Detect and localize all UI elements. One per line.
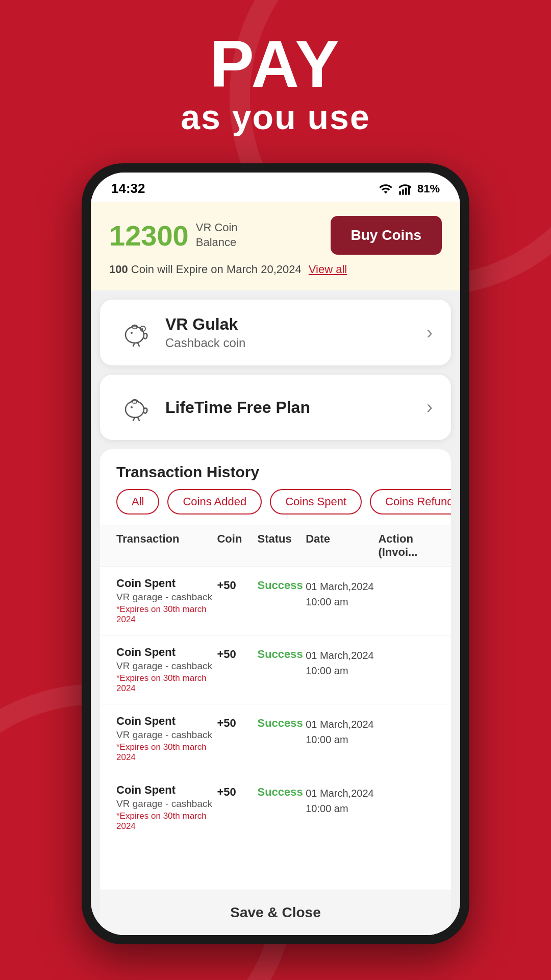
hero-pay-text: PAY — [0, 31, 551, 97]
lifetime-icon — [118, 390, 153, 425]
header-action: Action(Invoi... — [378, 532, 435, 559]
wifi-icon — [379, 182, 393, 196]
row-1-action — [378, 577, 435, 579]
table-row: Coin Spent VR garage - cashback *Expires… — [100, 773, 451, 842]
filter-tabs: All Coins Added Coins Spent Coins Refund… — [100, 489, 451, 525]
table-row: Coin Spent VR garage - cashback *Expires… — [100, 567, 451, 635]
status-time: 14:32 — [111, 181, 145, 197]
lifetime-plan-card-left: LifeTime Free Plan — [118, 390, 310, 425]
header-status: Status — [257, 532, 306, 559]
hero-subtitle: as you use — [181, 97, 370, 136]
filter-tab-coins-refunded[interactable]: Coins Refunded — [370, 489, 451, 514]
coin-balance-section: 12300 VR Coin Balance Buy Coins 100 Coin… — [91, 202, 460, 290]
piggy-bank-2-icon — [120, 392, 151, 423]
row-1-status: Success — [257, 577, 306, 592]
svg-point-9 — [126, 401, 144, 418]
svg-rect-3 — [408, 186, 410, 195]
row-3-transaction: Coin Spent VR garage - cashback *Expires… — [116, 715, 217, 763]
row-1-date: 01 March,202410:00 am — [306, 577, 378, 609]
hero-section: PAY as you use — [0, 31, 551, 137]
svg-point-10 — [131, 406, 133, 408]
header-date: Date — [306, 532, 378, 559]
expire-amount: 100 — [109, 263, 128, 276]
vr-gulak-title: VR Gulak — [165, 315, 245, 334]
svg-point-5 — [131, 332, 133, 334]
vr-gulak-text: VR Gulak Cashback coin — [165, 315, 245, 350]
table-row: Coin Spent VR garage - cashback *Expires… — [100, 704, 451, 773]
svg-rect-0 — [399, 191, 401, 194]
coin-label: VR Coin Balance — [196, 220, 238, 250]
table-row: Coin Spent VR garage - cashback *Expires… — [100, 635, 451, 704]
filter-tab-all[interactable]: All — [116, 489, 159, 514]
expire-text-body: Coin will Expire on March 20,2024 — [131, 263, 302, 276]
row-2-status: Success — [257, 646, 306, 661]
lifetime-plan-card[interactable]: LifeTime Free Plan › — [100, 375, 451, 440]
table-header: Transaction Coin Status Date Action(Invo… — [100, 525, 451, 567]
row-2-date: 01 March,202410:00 am — [306, 646, 378, 678]
header-transaction: Transaction — [116, 532, 217, 559]
vr-gulak-card[interactable]: $ VR Gulak Cashback coin › — [100, 300, 451, 365]
row-2-transaction: Coin Spent VR garage - cashback *Expires… — [116, 646, 217, 694]
row-2-action — [378, 646, 435, 648]
row-4-date: 01 March,202410:00 am — [306, 783, 378, 816]
vr-gulak-subtitle: Cashback coin — [165, 336, 245, 350]
battery-percent: 81% — [417, 182, 440, 195]
coin-balance-top: 12300 VR Coin Balance Buy Coins — [109, 216, 442, 255]
lifetime-plan-chevron: › — [427, 397, 433, 418]
row-4-status: Success — [257, 783, 306, 799]
status-bar: 14:32 81% — [91, 173, 460, 202]
row-3-coin: +50 — [217, 715, 257, 730]
svg-text:$: $ — [141, 328, 143, 332]
svg-rect-2 — [405, 187, 407, 194]
view-all-link[interactable]: View all — [309, 263, 347, 276]
expire-notice: 100 Coin will Expire on March 20,2024 Vi… — [109, 263, 442, 276]
buy-coins-button[interactable]: Buy Coins — [331, 216, 442, 255]
phone-screen: 14:32 81% 12300 — [91, 173, 460, 935]
row-2-coin: +50 — [217, 646, 257, 661]
row-4-coin: +50 — [217, 783, 257, 799]
lifetime-plan-title: LifeTime Free Plan — [165, 398, 310, 417]
row-3-status: Success — [257, 715, 306, 730]
transaction-rows: Coin Spent VR garage - cashback *Expires… — [100, 567, 451, 890]
row-4-transaction: Coin Spent VR garage - cashback *Expires… — [116, 783, 217, 831]
row-3-date: 01 March,202410:00 am — [306, 715, 378, 747]
row-4-action — [378, 783, 435, 786]
save-close-button[interactable]: Save & Close — [100, 890, 451, 935]
piggy-bank-icon: $ — [120, 317, 151, 348]
transaction-title: Transaction History — [100, 449, 451, 489]
filter-tab-coins-added[interactable]: Coins Added — [167, 489, 262, 514]
signal-icon — [398, 182, 412, 196]
phone-mockup: 14:32 81% 12300 — [82, 163, 469, 944]
row-1-transaction: Coin Spent VR garage - cashback *Expires… — [116, 577, 217, 625]
transaction-history-section: Transaction History All Coins Added Coin… — [100, 449, 451, 935]
row-3-action — [378, 715, 435, 717]
coin-amount: 12300 — [109, 219, 189, 252]
svg-rect-1 — [402, 189, 404, 195]
lifetime-plan-text: LifeTime Free Plan — [165, 398, 310, 417]
vr-gulak-card-left: $ VR Gulak Cashback coin — [118, 315, 245, 350]
filter-tab-coins-spent[interactable]: Coins Spent — [270, 489, 362, 514]
gulak-icon: $ — [118, 315, 153, 350]
coin-info: 12300 VR Coin Balance — [109, 219, 238, 252]
vr-gulak-chevron: › — [427, 322, 433, 344]
row-1-coin: +50 — [217, 577, 257, 592]
svg-rect-11 — [133, 401, 137, 403]
status-icons: 81% — [379, 182, 440, 196]
svg-rect-6 — [133, 326, 137, 329]
header-coin: Coin — [217, 532, 257, 559]
